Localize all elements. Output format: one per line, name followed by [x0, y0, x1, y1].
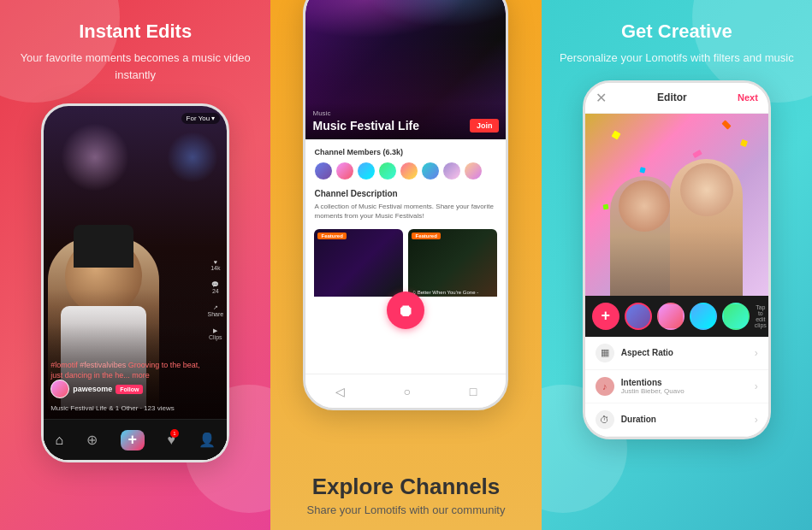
intentions-chevron-icon: › — [755, 380, 758, 392]
more-options-button[interactable]: ··· — [487, 0, 500, 4]
panel2-subtitle: Share your Lomotifs with our community — [307, 504, 506, 516]
aspect-ratio-text: Aspect Ratio — [621, 348, 748, 357]
intentions-text: Intentions Justin Bieber, Quavo — [621, 378, 748, 395]
photo-background — [585, 114, 768, 296]
panel-explore-channels: ··· Music Music Festival Life Join Chann… — [270, 0, 541, 530]
follow-button[interactable]: Follow — [116, 385, 143, 394]
phone1-hashtag: #lomotif #festivalvibes Grooving to the … — [50, 360, 201, 381]
nav-home[interactable]: ⌂ — [56, 433, 64, 448]
confetti-piece — [740, 139, 748, 147]
scene-light-1 — [61, 123, 129, 191]
phone3-main-photo — [585, 114, 768, 296]
duration-option[interactable]: ⏱ Duration › — [585, 403, 768, 437]
phone2-nav-back[interactable]: ◁ — [335, 385, 345, 398]
clip-thumbnail-3[interactable] — [690, 303, 717, 330]
member-avatar-2 — [335, 162, 354, 180]
add-clip-button[interactable]: + — [592, 303, 619, 330]
channel-category: Music — [312, 109, 499, 117]
video-song-label: ♫ Better When You're Gone - David... — [412, 290, 494, 297]
phone2-record-area: ⏺ — [305, 297, 506, 374]
username: pawesome — [73, 385, 112, 393]
aspect-ratio-label: Aspect Ratio — [621, 348, 748, 357]
join-channel-button[interactable]: Join — [470, 119, 500, 132]
phone2-nav-home[interactable]: ○ — [404, 385, 411, 398]
featured-videos-row: Featured Featured ♫ Better When You're G… — [314, 229, 497, 297]
person-2 — [670, 159, 743, 296]
duration-icon: ⏱ — [596, 410, 614, 429]
member-avatar-4 — [378, 162, 397, 180]
scene-light-2 — [167, 132, 218, 183]
scene-hat — [74, 225, 133, 268]
clip-thumbnail-1[interactable] — [625, 303, 652, 330]
member-avatar-8 — [464, 162, 483, 180]
intentions-option[interactable]: ♪ Intentions Justin Bieber, Quavo › — [585, 370, 768, 403]
member-avatar-6 — [421, 162, 440, 180]
confetti-piece — [722, 120, 732, 129]
member-avatar-7 — [442, 162, 461, 180]
like-count: 14k — [210, 265, 220, 271]
duration-text: Duration — [621, 415, 748, 424]
photo-people — [585, 168, 768, 295]
share-icon: ↗ — [213, 304, 218, 311]
user-avatar — [50, 380, 69, 398]
clip-thumbnail-2[interactable] — [657, 303, 685, 330]
share-button[interactable]: ↗ Share — [207, 304, 223, 317]
comment-button[interactable]: 💬 24 — [211, 281, 219, 294]
aspect-ratio-icon: ▦ — [596, 344, 614, 362]
clips-thumbnails-row: + Tap to edit clips — [585, 296, 768, 337]
panel-instant-edits: Instant Edits Your favorite moments beco… — [0, 0, 270, 530]
phone2-content: Channel Members (6.3k) Channel Descripti… — [305, 139, 506, 297]
phone2-container: ··· Music Music Festival Life Join Chann… — [303, 0, 508, 463]
featured-badge-1: Featured — [317, 233, 346, 239]
nav-add-button[interactable]: + — [121, 430, 145, 450]
phone3-editor-header: ✕ Editor Next — [585, 83, 768, 114]
clip-thumbnail-4[interactable] — [722, 303, 750, 330]
description-title: Channel Description — [314, 189, 497, 198]
like-button[interactable]: ♥ 14k — [210, 259, 220, 271]
editor-next-button[interactable]: Next — [738, 92, 758, 103]
confetti-piece — [611, 130, 620, 139]
heart-icon: ♥ — [214, 259, 217, 265]
phone2-bottom-nav: ◁ ○ □ — [305, 374, 506, 408]
phone-mockup-3: ✕ Editor Next — [583, 80, 771, 439]
description-text: A collection of Music Festival moments. … — [314, 202, 497, 221]
notification-badge: 1 — [170, 429, 179, 438]
phone2-hero: ··· Music Music Festival Life Join — [305, 0, 506, 139]
video-thumbnail-1[interactable]: Featured — [314, 229, 403, 297]
phone-mockup-1: For You ▾ ♥ 14k 💬 24 ↗ Share ▶ — [41, 103, 229, 462]
confetti-piece — [692, 150, 702, 158]
panel-get-creative: Get Creative Personalize your Lomotifs w… — [542, 0, 812, 530]
aspect-ratio-chevron-icon: › — [755, 347, 758, 359]
duration-label: Duration — [621, 415, 748, 424]
nav-notifications[interactable]: ♥ 1 — [168, 433, 176, 448]
tap-to-edit-label: Tap to edit clips — [755, 304, 767, 328]
record-button[interactable]: ⏺ — [387, 292, 424, 329]
phone2-nav-apps[interactable]: □ — [470, 385, 477, 398]
intentions-icon: ♪ — [596, 377, 614, 396]
video-thumbnail-2[interactable]: Featured ♫ Better When You're Gone - Dav… — [408, 229, 497, 297]
record-icon: ⏺ — [397, 301, 414, 321]
duration-chevron-icon: › — [755, 414, 758, 426]
nav-profile[interactable]: 👤 — [199, 432, 216, 448]
member-avatar-3 — [357, 162, 376, 180]
phone2-screen: ··· Music Music Festival Life Join Chann… — [305, 0, 506, 408]
featured-badge-2: Featured — [412, 233, 440, 239]
person-1 — [610, 176, 679, 296]
comment-count: 24 — [212, 288, 219, 294]
phone1-user-row: pawesome Follow — [50, 380, 220, 398]
share-label: Share — [207, 311, 223, 317]
editor-title: Editor — [657, 91, 687, 103]
foryou-label: For You — [187, 115, 210, 122]
panel2-title: Explore Channels — [312, 474, 501, 500]
nav-explore[interactable]: ⊕ — [86, 432, 98, 448]
phone3-screen: ✕ Editor Next — [585, 83, 768, 437]
phone1-foryou-tab[interactable]: For You ▾ — [181, 113, 221, 124]
aspect-ratio-option[interactable]: ▦ Aspect Ratio › — [585, 337, 768, 370]
channel-members-avatars — [314, 162, 497, 180]
phone1-music-info: Music Festival Life & 1 Other · 123 view… — [50, 404, 220, 412]
comment-icon: 💬 — [211, 281, 219, 288]
intentions-label: Intentions — [621, 378, 748, 387]
editor-close-button[interactable]: ✕ — [596, 90, 607, 106]
phone1-bottom-nav: ⌂ ⊕ + ♥ 1 👤 — [44, 419, 227, 460]
hashtag-text: #lomotif — [50, 361, 80, 369]
